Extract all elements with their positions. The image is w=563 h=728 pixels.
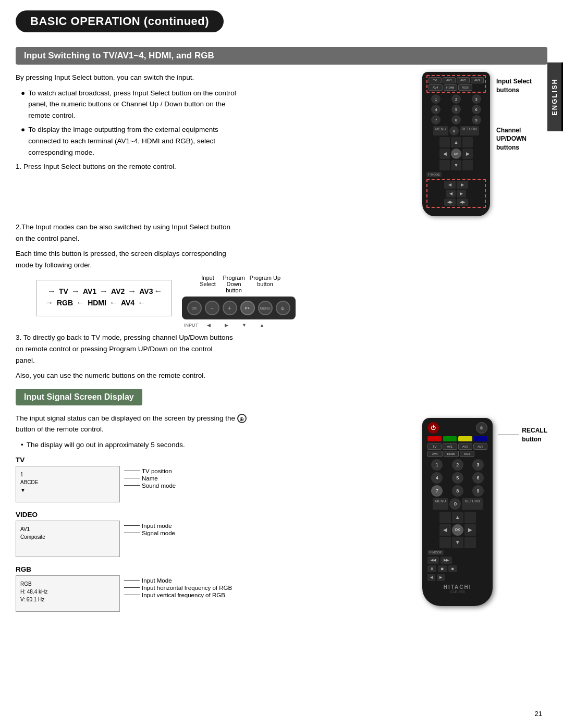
dpad-right: ▶ bbox=[462, 149, 473, 159]
flow-arrow-3: → bbox=[128, 287, 136, 296]
tv-screen-wrapper: 1 ABCDE ▼ TV position Name bbox=[16, 466, 412, 502]
r2-num5: 5 bbox=[452, 472, 463, 484]
input-select-label: Input Selectbuttons bbox=[496, 77, 532, 95]
signal-right-col: ⏻ ⊕ TV AV1 AV2 AV3 bbox=[422, 413, 547, 620]
green-btn bbox=[443, 436, 457, 441]
tv-ann-row1: TV position bbox=[124, 468, 176, 474]
remote-graphic-1: TV AV1 AV2 AV3 AV4 HDMI RGB bbox=[422, 72, 490, 216]
flow-arrow-4: ← bbox=[76, 298, 84, 307]
ch-prev: ◀ bbox=[444, 181, 456, 189]
section2-header: Input Signal Screen Display bbox=[16, 389, 142, 405]
tv-screen-inner: 1 ABCDE ▼ bbox=[20, 471, 38, 494]
r2-dpad-up: ▲ bbox=[452, 512, 463, 523]
tv-screen-line3: ▼ bbox=[20, 486, 38, 494]
panel-left-label: ◀ bbox=[202, 323, 216, 328]
dpad-empty-bl bbox=[439, 160, 450, 170]
num3: 3 bbox=[472, 94, 481, 104]
remote-graphic-2: ⏻ ⊕ TV AV1 AV2 AV3 bbox=[422, 418, 493, 606]
flow-av4: AV4 bbox=[121, 299, 134, 307]
flow-row-bottom: ↑ RGB ← HDMI ← AV4 ← bbox=[47, 298, 161, 307]
r2-fmode: F·MODE bbox=[427, 550, 444, 555]
num2: 2 bbox=[451, 94, 461, 104]
r2-num7: 7 bbox=[431, 485, 443, 497]
av2-btn: AV2 bbox=[457, 77, 470, 83]
r2-num3: 3 bbox=[472, 459, 484, 471]
r2-dpad-bl bbox=[439, 537, 451, 548]
input-select-area: TV AV1 AV2 AV3 AV4 HDMI RGB bbox=[426, 75, 486, 93]
input-select-annotation: Input Selectbuttons bbox=[496, 77, 532, 95]
r2-dpad-down: ▼ bbox=[452, 537, 463, 548]
flow-arrow-2: → bbox=[100, 287, 108, 296]
num1: 1 bbox=[431, 94, 440, 104]
flow-row-top: → TV → AV1 → AV2 → AV3 ↓ bbox=[47, 287, 161, 296]
tv-ann3-text: Sound mode bbox=[142, 483, 176, 489]
r2-num9: 9 bbox=[472, 485, 484, 497]
video-screen-inner: AV1 Composite bbox=[20, 525, 45, 541]
tv-screen-line1: 1 bbox=[20, 471, 38, 478]
flow-av3: AV3 bbox=[139, 287, 153, 295]
flow-diagram: → TV → AV1 → AV2 → AV3 ↓ ↑ RGB ← H bbox=[36, 280, 172, 316]
r2-num0: 0 bbox=[449, 498, 461, 510]
channel-btns: ◀ ▶ bbox=[429, 181, 484, 189]
signal-bullet1: • The display will go out in approximate… bbox=[21, 439, 412, 451]
red-btn bbox=[427, 436, 442, 441]
rgb-ann2-text: Input horizontal frequency of RGB bbox=[142, 585, 232, 591]
fmode-btn: F·MODE bbox=[426, 172, 442, 177]
vol-btns: ◀ ▶ bbox=[429, 190, 484, 198]
panel-menu-btn: MENU bbox=[258, 301, 273, 315]
flow-arrow-end: ← bbox=[138, 298, 146, 307]
rgb-btn: RGB bbox=[458, 84, 472, 91]
video-screen-annotations: Input mode Signal mode bbox=[124, 521, 175, 536]
tv-ann2-text: Name bbox=[142, 475, 158, 482]
section2-title: Input Signal Screen Display bbox=[24, 392, 134, 401]
av3-btn: AV3 bbox=[471, 77, 484, 83]
r2-return-btn: RETURN bbox=[462, 498, 482, 510]
remote1-area: TV AV1 AV2 AV3 AV4 HDMI RGB bbox=[422, 72, 532, 216]
rgb-ann-line1 bbox=[124, 580, 140, 581]
step2-text: 2.The Input modes can be also switched b… bbox=[16, 221, 547, 244]
rgb-ann-row2: Input horizontal frequency of RGB bbox=[124, 585, 232, 591]
tv-ann1-text: TV position bbox=[142, 468, 172, 474]
remote2-recall-btn: ⊕ bbox=[476, 422, 487, 434]
english-language-tab: ENGLISH bbox=[547, 63, 563, 131]
remote2-input-row2: AV4 HDMI RGB bbox=[427, 451, 487, 457]
r2-num1: 1 bbox=[431, 459, 443, 471]
tv-btn: TV bbox=[429, 77, 442, 83]
zero-row: MENU 0 RETURN bbox=[426, 126, 486, 135]
r2-extra6: ◀ bbox=[427, 574, 435, 581]
recall-ann-label: RECALLbutton bbox=[522, 426, 547, 444]
r2-menu-btn: MENU bbox=[433, 498, 449, 510]
rgb-screen-line3: V: 60.1 Hz bbox=[20, 596, 47, 603]
signal-left-col: The input signal status can be displayed… bbox=[16, 413, 412, 620]
num6: 6 bbox=[472, 105, 481, 114]
num9: 9 bbox=[472, 115, 481, 125]
rgb-screen-wrapper: RGB H: 48.4 kHz V: 60.1 Hz Input Mode In… bbox=[16, 575, 412, 612]
recall-remote-wrapper: ⏻ ⊕ TV AV1 AV2 AV3 bbox=[422, 418, 547, 606]
signal-bullet1-text: The display will go out in approximately… bbox=[27, 439, 185, 451]
r2-extra-row3: ◀ ▶ bbox=[427, 574, 487, 581]
video-screen-wrapper: AV1 Composite Input mode Signal mode bbox=[16, 521, 412, 557]
video-ann-row1: Input mode bbox=[124, 523, 175, 529]
tv-ann-row2: Name bbox=[124, 475, 176, 482]
video-ann1-text: Input mode bbox=[142, 523, 172, 529]
r2-tv: TV bbox=[427, 443, 442, 450]
panel-minus-btn: – bbox=[205, 301, 219, 315]
tv-screen-box: 1 ABCDE ▼ bbox=[16, 466, 120, 502]
rgb-ann-line2 bbox=[124, 587, 140, 588]
r2-extra2: ▶▶ bbox=[440, 557, 452, 564]
step3-text: 3. To directly go back to TV mode, press… bbox=[16, 332, 547, 366]
panel-btn-labels: INPUT ◀ ▶ ▼ ▲ bbox=[182, 323, 296, 328]
r2-num6: 6 bbox=[472, 472, 484, 484]
return-btn: RETURN bbox=[460, 126, 479, 135]
panel-input-label: INPUT bbox=[184, 323, 199, 328]
video-screen-line2: Composite bbox=[20, 533, 45, 541]
panel-down-label: ▼ bbox=[237, 323, 252, 328]
r2-num4: 4 bbox=[431, 472, 443, 484]
control-panel-section: Input Select Program Downbutton Program … bbox=[182, 275, 296, 328]
flow-av2: AV2 bbox=[111, 287, 125, 295]
blue-btn bbox=[474, 436, 488, 441]
r2-av2: AV2 bbox=[458, 443, 472, 450]
flow-diagram-wrapper: → TV → AV1 → AV2 → AV3 ↓ ↑ RGB ← H bbox=[16, 275, 172, 322]
program-down-ann: Program Downbutton bbox=[218, 275, 250, 293]
r2-av1: AV1 bbox=[443, 443, 457, 450]
